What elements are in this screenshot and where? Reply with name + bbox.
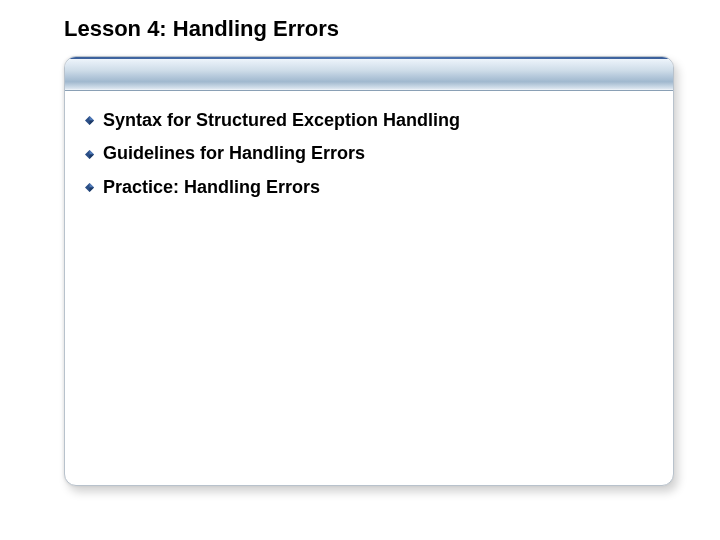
svg-marker-7	[90, 183, 95, 188]
content-panel: Syntax for Structured Exception Handling…	[64, 56, 674, 486]
list-item: Practice: Handling Errors	[85, 176, 653, 199]
diamond-bullet-icon	[85, 150, 94, 159]
svg-marker-5	[90, 154, 95, 159]
list-item: Guidelines for Handling Errors	[85, 142, 653, 165]
bullet-label: Syntax for Structured Exception Handling	[103, 109, 460, 132]
svg-marker-4	[90, 150, 95, 155]
diamond-bullet-icon	[85, 116, 94, 125]
list-item: Syntax for Structured Exception Handling	[85, 109, 653, 132]
bullet-label: Practice: Handling Errors	[103, 176, 320, 199]
panel-body: Syntax for Structured Exception Handling…	[65, 91, 673, 221]
bullet-label: Guidelines for Handling Errors	[103, 142, 365, 165]
page-title: Lesson 4: Handling Errors	[64, 16, 696, 42]
diamond-bullet-icon	[85, 183, 94, 192]
svg-marker-8	[90, 187, 95, 192]
svg-marker-1	[90, 116, 95, 121]
svg-marker-2	[90, 121, 95, 126]
panel-header-bar	[65, 57, 673, 91]
